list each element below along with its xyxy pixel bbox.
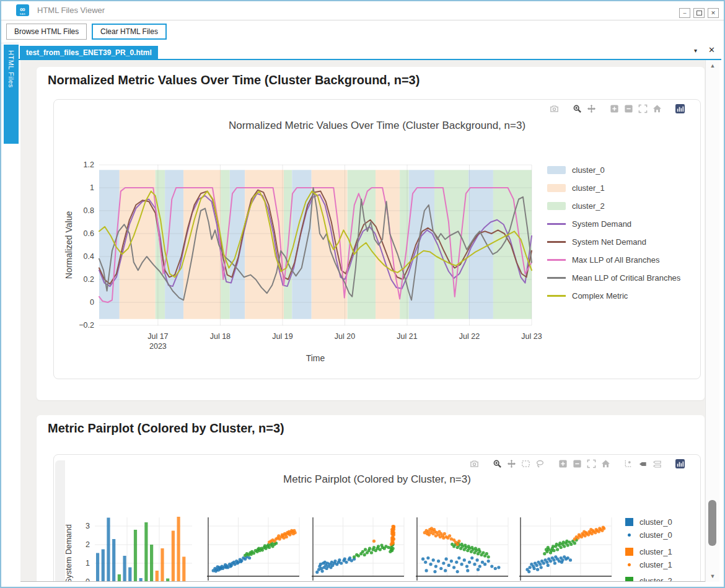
scatter-cell [416,517,508,581]
legend-label: cluster_1 [572,183,605,193]
legend-item[interactable]: cluster_0 [547,161,680,179]
svg-text:1: 1 [86,559,90,568]
legend-item[interactable]: cluster_2 [547,197,680,215]
legend-item[interactable]: System Net Demand [547,233,680,251]
legend-line-swatch [547,259,566,261]
tab-close-icon[interactable]: ✕ [708,45,715,55]
plot-container-timeseries: Normalized Metric Values Over Time (Clus… [53,99,701,379]
legend-line-swatch [547,295,566,297]
svg-text:Jul 18: Jul 18 [210,332,231,341]
legend-item[interactable]: cluster_1 [625,547,672,556]
html-view-content: Normalized Metric Values Over Time (Clus… [20,60,705,582]
pairplot-chart[interactable]: System Demand0123 [54,455,700,582]
browse-html-files-button[interactable]: Browse HTML Files [6,24,87,40]
toolbar: Browse HTML Files Clear HTML Files [1,20,724,43]
close-button[interactable]: ✕ [708,8,719,18]
svg-text:Jul 23: Jul 23 [521,332,542,341]
legend-item[interactable]: cluster_1 [625,560,672,569]
x-axis-title: Time [306,353,325,363]
svg-text:2023: 2023 [149,342,167,351]
legend-item[interactable]: Mean LLP of Critical Branches [547,269,680,287]
legend-item[interactable]: cluster_2 [625,576,672,582]
app-window: ∞SAS HTML Files Viewer – ✕ Browse HTML F… [0,0,725,588]
vertical-scrollbar: ▲ ▼ [705,60,719,582]
y-axis-title: Normalized Value [64,211,74,279]
scatter-cell [312,517,404,581]
legend-line-swatch [547,223,566,225]
svg-text:Jul 20: Jul 20 [335,332,355,341]
legend-label: cluster_1 [639,547,672,556]
svg-text:0.6: 0.6 [84,229,94,238]
swatch-shape [625,548,633,556]
svg-text:Jul 19: Jul 19 [272,332,292,341]
minimize-button[interactable]: – [679,8,690,18]
legend-item[interactable]: cluster_0 [625,517,672,527]
maximize-icon [696,11,702,15]
scrollbar-thumb[interactable] [708,500,716,546]
maximize-button[interactable] [693,8,705,18]
legend-label: Complex Metric [572,291,628,301]
swatch-shape [625,577,633,582]
title-bar: ∞SAS HTML Files Viewer – ✕ [1,1,724,20]
window-controls: – ✕ [679,8,719,18]
legend-label: Mean LLP of Critical Branches [572,273,680,283]
app-logo-icon: ∞SAS [16,4,29,16]
svg-text:0.8: 0.8 [84,206,94,215]
section-card-pairplot: Metric Pairplot (Colored by Cluster, n=3… [37,415,705,582]
legend-band-swatch [547,184,566,192]
section-heading-pairplot: Metric Pairplot (Colored by Cluster, n=3… [48,419,284,437]
legend-item[interactable]: Complex Metric [547,287,680,305]
svg-text:1.2: 1.2 [84,160,94,169]
legend-label: System Demand [572,219,631,229]
legend-item[interactable]: cluster_0 [625,530,672,540]
svg-text:Jul 21: Jul 21 [397,332,417,341]
swatch-shape [628,533,631,537]
sidebar-tab-html-files[interactable]: HTML Files [4,45,19,144]
svg-text:0: 0 [86,577,90,582]
row-y-axis-title: System Demand [64,524,73,582]
scroll-up-icon[interactable]: ▲ [706,63,719,69]
legend-item[interactable]: cluster_1 [547,179,680,197]
legend-label: cluster_0 [639,517,672,527]
legend-item[interactable]: System Demand [547,215,680,233]
y-axis: 1.210.80.60.40.20−0.2 [79,160,94,330]
legend-label: System Net Demand [572,237,646,247]
infinity-glyph: ∞ [20,6,25,13]
svg-text:0: 0 [90,298,94,307]
x-axis: Jul 172023Jul 18Jul 19Jul 20Jul 21Jul 22… [147,332,542,351]
svg-text:Jul 22: Jul 22 [459,332,480,341]
scatter-cell [207,517,299,581]
legend-label: cluster_0 [572,165,605,175]
legend-line-swatch [547,241,566,243]
tab-test-from-files[interactable]: test_from_files_ENET39_PR_0.html [20,46,158,60]
svg-text:−0.2: −0.2 [79,321,94,330]
legend-dot-swatch [625,531,633,539]
clear-html-files-button[interactable]: Clear HTML Files [92,24,167,40]
legend-square-swatch [625,577,633,582]
swatch-shape [628,563,631,566]
legend-item[interactable]: Max LLP of All Branches [547,251,680,269]
legend-label: Max LLP of All Branches [572,255,659,265]
swatch-shape [625,518,633,526]
scatter-cell [519,517,612,581]
legend-dot-swatch [625,561,633,569]
tab-strip: test_from_files_ENET39_PR_0.html ▾ ✕ [19,43,724,59]
legend-label: cluster_2 [639,576,672,582]
section-heading-timeseries: Normalized Metric Values Over Time (Clus… [48,71,420,89]
legend-label: cluster_0 [639,530,672,540]
tab-list-dropdown-icon[interactable]: ▾ [694,47,697,54]
svg-text:Jul 17: Jul 17 [147,332,168,341]
plot-legend: cluster_0cluster_1cluster_2System Demand… [547,161,680,305]
svg-text:1: 1 [90,183,94,192]
legend-band-swatch [547,166,566,174]
svg-text:3: 3 [86,522,90,530]
legend-label: cluster_2 [572,201,605,211]
legend-square-swatch [625,548,633,556]
svg-text:2: 2 [86,540,90,549]
legend-square-swatch [625,518,633,526]
legend-line-swatch [547,277,566,279]
svg-text:0.4: 0.4 [84,252,94,261]
scroll-down-icon[interactable]: ▼ [706,573,719,579]
sas-glyph: SAS [20,13,26,15]
bar-cell [94,517,193,582]
